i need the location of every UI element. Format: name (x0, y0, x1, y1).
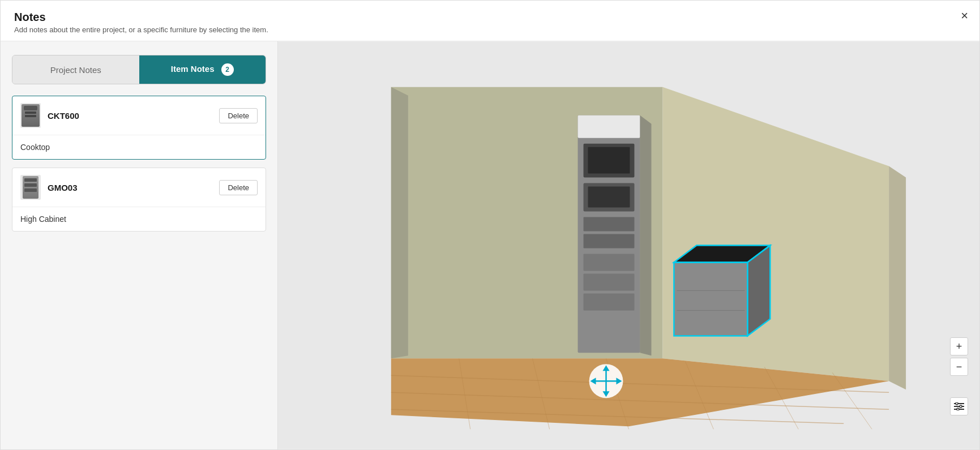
notes-modal: Notes Add notes about the entire project… (0, 0, 980, 450)
svg-marker-14 (889, 166, 906, 390)
delete-button-gmo03[interactable]: Delete (219, 180, 258, 195)
svg-rect-27 (674, 262, 747, 336)
cooktop-icon (22, 104, 40, 127)
note-card-ckt600[interactable]: CKT600 Delete Cooktop (12, 96, 266, 160)
note-card-header-ckt600: CKT600 Delete (12, 96, 266, 135)
left-panel: Project Notes Item Notes 2 (1, 41, 278, 449)
settings-button[interactable] (950, 397, 968, 415)
icon-control2 (25, 115, 36, 117)
note-card-body-ckt600: Cooktop (12, 135, 266, 159)
zoom-in-button[interactable]: + (950, 337, 968, 355)
svg-rect-24 (584, 273, 635, 290)
tab-project-notes[interactable]: Project Notes (12, 55, 139, 84)
tab-item-notes[interactable]: Item Notes 2 (139, 55, 266, 84)
note-card-title-gmo03: GMO03 (48, 183, 219, 192)
note-text-gmo03: High Cabinet (20, 215, 66, 224)
icon-shelf2 (24, 183, 37, 187)
icon-shelf3 (24, 188, 37, 192)
modal-title: Notes (14, 11, 966, 24)
modal-subtitle: Add notes about the entire project, or a… (14, 25, 966, 34)
svg-point-46 (960, 405, 962, 408)
svg-rect-18 (588, 147, 630, 174)
right-panel-3d[interactable]: + − (278, 41, 979, 449)
svg-marker-13 (391, 87, 408, 359)
item-icon-ckt600 (20, 103, 41, 128)
item-icon-gmo03 (20, 175, 41, 200)
note-card-gmo03[interactable]: GMO03 Delete High Cabinet (12, 168, 266, 232)
cabinet-icon (23, 176, 38, 199)
note-card-header-gmo03: GMO03 Delete (12, 168, 266, 207)
svg-point-47 (957, 408, 959, 410)
svg-rect-16 (578, 115, 640, 138)
settings-icon (954, 402, 964, 410)
svg-rect-25 (584, 293, 635, 310)
modal-header: Notes Add notes about the entire project… (1, 1, 979, 41)
note-card-body-gmo03: High Cabinet (12, 207, 266, 231)
svg-point-45 (956, 402, 958, 405)
note-text-ckt600: Cooktop (20, 143, 50, 152)
zoom-out-button[interactable]: − (950, 358, 968, 376)
item-notes-badge: 2 (221, 63, 234, 76)
notes-list: CKT600 Delete Cooktop (12, 96, 266, 232)
svg-rect-20 (588, 187, 630, 208)
svg-marker-26 (640, 115, 651, 356)
modal-body: Project Notes Item Notes 2 (1, 41, 979, 449)
note-card-title-ckt600: CKT600 (48, 111, 219, 121)
zoom-controls: + − (950, 337, 968, 376)
close-button[interactable]: × (961, 10, 968, 22)
scene-3d-svg (278, 41, 979, 449)
svg-rect-22 (584, 234, 635, 248)
icon-shelf1 (24, 178, 37, 182)
icon-burner (24, 106, 37, 110)
tab-bar: Project Notes Item Notes 2 (12, 55, 266, 84)
svg-rect-21 (584, 217, 635, 232)
svg-rect-23 (584, 254, 635, 271)
delete-button-ckt600[interactable]: Delete (219, 108, 258, 123)
icon-control (25, 112, 36, 114)
